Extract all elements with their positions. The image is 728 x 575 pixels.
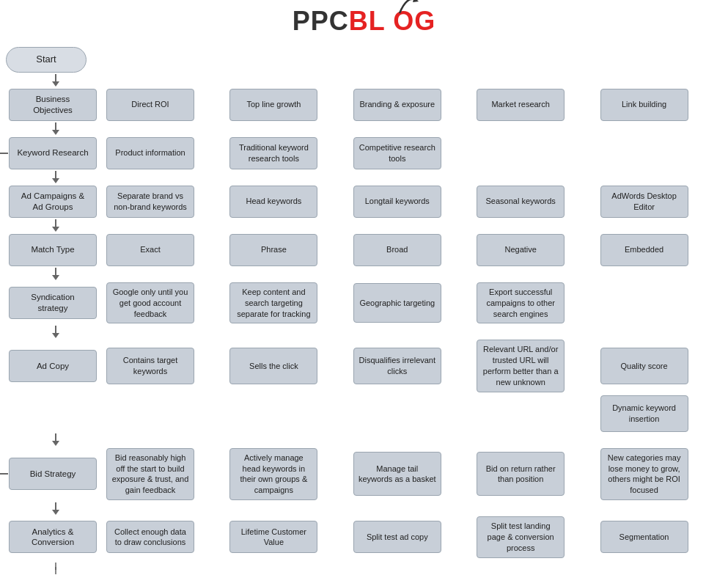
bid-strategy-label: Bid Strategy bbox=[30, 469, 76, 480]
cell-start-process: Start bbox=[6, 44, 105, 74]
row-analytics: Analytics & Conversion Collect enough da… bbox=[6, 515, 722, 560]
trad-keyword-label: Traditional keyword research tools bbox=[235, 142, 312, 164]
phrase-box: Phrase bbox=[229, 234, 317, 266]
row-syndication: Syndication strategy Google only until y… bbox=[6, 281, 722, 326]
bid-return-label: Bid on return rather than position bbox=[482, 464, 559, 486]
adwords-editor-label: AdWords Desktop Editor bbox=[606, 191, 683, 213]
phrase-label: Phrase bbox=[261, 244, 287, 255]
keep-content-label: Keep content and search targeting separa… bbox=[235, 287, 312, 320]
top-line-growth-label: Top line growth bbox=[246, 99, 301, 110]
new-categories-box: New categories may lose money to grow, o… bbox=[600, 448, 688, 500]
row-bid-strategy: Bid Strategy Bid reasonably high off the… bbox=[6, 447, 722, 502]
split-test-landing-label: Split test landing page & conversion pro… bbox=[482, 521, 559, 554]
exact-label: Exact bbox=[140, 244, 161, 255]
longtail-keywords-label: Longtail keywords bbox=[365, 196, 430, 207]
row-conn-5 bbox=[6, 325, 722, 338]
bid-return-box: Bid on return rather than position bbox=[477, 452, 565, 496]
negative-label: Negative bbox=[504, 244, 536, 255]
market-research-label: Market research bbox=[491, 99, 549, 110]
bid-high-label: Bid reasonably high off the start to bui… bbox=[111, 453, 189, 496]
tail-keywords-basket-label: Manage tail keywords as a basket bbox=[359, 464, 436, 486]
logo-ppc: PPC bbox=[293, 6, 349, 37]
contains-keywords-label: Contains target keywords bbox=[111, 355, 189, 377]
row-ad-copy: Ad Copy Contains target keywords Sells t… bbox=[6, 338, 722, 393]
cell-keyword-process: Keyword Research bbox=[6, 136, 105, 171]
row-conn-4 bbox=[6, 268, 722, 281]
row-conn-6 bbox=[6, 433, 722, 447]
quality-score-box: Quality score bbox=[600, 348, 688, 384]
dynamic-keyword-label: Dynamic keyword insertion bbox=[606, 403, 683, 425]
ad-campaigns-box: Ad Campaigns & Ad Groups bbox=[9, 186, 97, 218]
negative-box: Negative bbox=[477, 234, 565, 266]
cell-b2: Top line growth bbox=[228, 87, 351, 122]
match-type-box: Match Type bbox=[9, 234, 97, 266]
left-arrow-keyword bbox=[0, 150, 8, 157]
split-test-ad-label: Split test ad copy bbox=[367, 532, 428, 543]
disqualifies-box: Disqualifies irrelevant clicks bbox=[353, 348, 441, 384]
tail-keywords-basket-box: Manage tail keywords as a basket bbox=[353, 452, 441, 496]
disqualifies-label: Disqualifies irrelevant clicks bbox=[359, 355, 436, 377]
row-conn-2 bbox=[6, 171, 722, 184]
dynamic-keyword-box: Dynamic keyword insertion bbox=[600, 395, 688, 432]
flow-table: Start bbox=[6, 44, 722, 575]
geographic-targeting-box: Geographic targeting bbox=[353, 283, 441, 323]
start-box: Start bbox=[6, 47, 87, 73]
collect-data-label: Collect enough data to draw conclusions bbox=[111, 527, 189, 549]
analytics-label: Analytics & Conversion bbox=[15, 527, 90, 549]
branding-exposure-box: Branding & exposure bbox=[353, 89, 441, 121]
link-building-label: Link building bbox=[622, 99, 666, 110]
row-start: Start bbox=[6, 44, 722, 74]
match-type-label: Match Type bbox=[31, 244, 74, 255]
longtail-keywords-box: Longtail keywords bbox=[353, 186, 441, 218]
top-line-growth-box: Top line growth bbox=[229, 89, 317, 121]
embedded-label: Embedded bbox=[625, 244, 663, 255]
separate-brand-box: Separate brand vs non-brand keywords bbox=[106, 186, 194, 218]
broad-label: Broad bbox=[386, 244, 408, 255]
competitive-tools-box: Competitive research tools bbox=[353, 137, 441, 169]
keep-content-box: Keep content and search targeting separa… bbox=[229, 282, 317, 324]
separate-brand-label: Separate brand vs non-brand keywords bbox=[111, 191, 189, 213]
analytics-box: Analytics & Conversion bbox=[9, 521, 97, 553]
business-objectives-box: Business Objectives bbox=[9, 89, 97, 121]
row-keyword-research: Keyword Research Product information Tra… bbox=[6, 136, 722, 171]
logo-o-wrap: O bbox=[393, 6, 414, 37]
page-wrapper: PPC BL O G bbox=[0, 0, 728, 575]
google-only-box: Google only until you get good account f… bbox=[106, 282, 194, 324]
contains-keywords-box: Contains target keywords bbox=[106, 348, 194, 384]
head-keywords-label: Head keywords bbox=[246, 196, 301, 207]
collect-data-box: Collect enough data to draw conclusions bbox=[106, 521, 194, 553]
bid-high-box: Bid reasonably high off the start to bui… bbox=[106, 448, 194, 500]
export-campaigns-label: Export successful campaigns to other sea… bbox=[482, 287, 559, 320]
logo: PPC BL O G bbox=[293, 6, 435, 37]
relevant-url-label: Relevant URL and/or trusted URL will per… bbox=[482, 344, 559, 387]
row-conn-3 bbox=[6, 219, 722, 232]
google-only-label: Google only until you get good account f… bbox=[111, 287, 189, 320]
row-conn-7 bbox=[6, 502, 722, 515]
syndication-box: Syndication strategy bbox=[9, 287, 97, 319]
conn-0 bbox=[6, 74, 105, 87]
geographic-targeting-label: Geographic targeting bbox=[359, 298, 435, 309]
relevant-url-box: Relevant URL and/or trusted URL will per… bbox=[477, 340, 565, 392]
exact-box: Exact bbox=[106, 234, 194, 266]
row-match-type: Match Type Exact Phrase bbox=[6, 232, 722, 268]
manage-head-label: Actively manage head keywords in their o… bbox=[235, 453, 312, 496]
keyword-research-box: Keyword Research bbox=[9, 137, 97, 169]
cell-b5: Link building bbox=[599, 87, 722, 122]
segmentation-box: Segmentation bbox=[600, 521, 688, 553]
row-conn-1 bbox=[6, 122, 722, 136]
embedded-box: Embedded bbox=[600, 234, 688, 266]
link-building-box: Link building bbox=[600, 89, 688, 121]
seasonal-keywords-box: Seasonal keywords bbox=[477, 186, 565, 218]
adwords-editor-box: AdWords Desktop Editor bbox=[600, 186, 688, 218]
ad-campaigns-label: Ad Campaigns & Ad Groups bbox=[15, 191, 90, 213]
diagram: Start bbox=[6, 44, 722, 575]
cell-start-empty bbox=[105, 44, 722, 74]
row-conn-0 bbox=[6, 74, 722, 87]
head-keywords-box: Head keywords bbox=[229, 186, 317, 218]
export-campaigns-box: Export successful campaigns to other sea… bbox=[477, 282, 565, 324]
trad-keyword-box: Traditional keyword research tools bbox=[229, 137, 317, 169]
cell-b3: Branding & exposure bbox=[352, 87, 475, 122]
manage-head-box: Actively manage head keywords in their o… bbox=[229, 448, 317, 500]
cell-b1: Direct ROI bbox=[105, 87, 228, 122]
branding-exposure-label: Branding & exposure bbox=[359, 99, 435, 110]
